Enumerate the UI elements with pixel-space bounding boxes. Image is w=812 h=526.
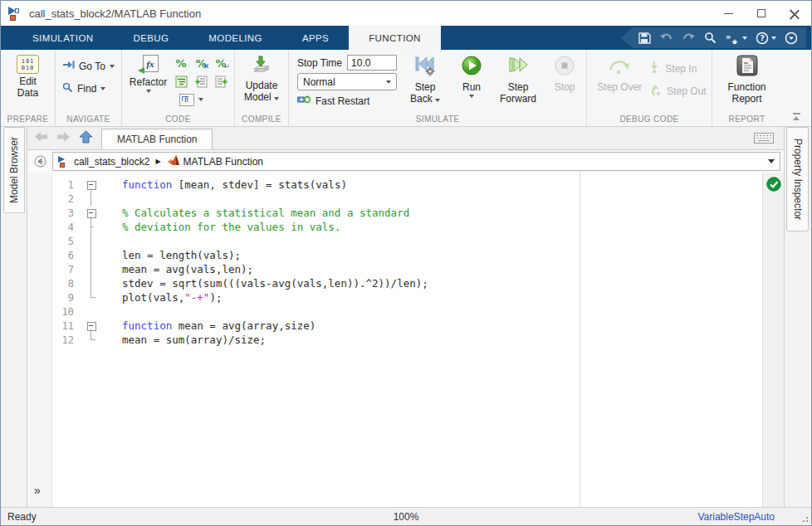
step-back-button[interactable]: Step Back: [402, 52, 448, 108]
section-label-report: REPORT: [712, 114, 781, 126]
fast-restart-toggle[interactable]: Fast Restart: [297, 93, 397, 107]
tab-debug[interactable]: DEBUG: [113, 26, 188, 50]
line-number[interactable]: 10: [52, 306, 81, 318]
line-number[interactable]: 9: [52, 292, 81, 304]
code-line[interactable]: 3% Calculates a statistical mean and a s…: [52, 206, 762, 220]
collapse-ribbon-button[interactable]: [791, 113, 803, 121]
step-out-icon: [648, 83, 662, 99]
code-line[interactable]: 11function mean = avg(array,size): [52, 319, 762, 333]
edit-data-button[interactable]: 101 010 Edit Data: [4, 52, 51, 102]
line-number[interactable]: 5: [52, 236, 81, 247]
left-panel-strip: Model Browser: [1, 127, 27, 507]
model-browser-tab[interactable]: Model Browser: [3, 127, 25, 213]
zoom-level: 100%: [394, 511, 419, 523]
stop-button[interactable]: Stop: [541, 52, 588, 95]
shortcuts-menu-button[interactable]: »: [725, 32, 747, 44]
line-number[interactable]: 3: [52, 207, 81, 219]
fixed-point-button[interactable]: fi: [179, 94, 194, 106]
step-in-button[interactable]: Step In: [648, 61, 706, 76]
code-text: % deviation for the values in vals.: [102, 221, 340, 233]
indent-right-button[interactable]: [193, 74, 209, 89]
close-button[interactable]: [778, 1, 811, 26]
comment-button[interactable]: %: [173, 56, 189, 71]
code-line[interactable]: 4% deviation for the values in vals.: [52, 220, 762, 234]
code-fold-gutter: [81, 290, 102, 304]
code-line[interactable]: 12mean = sum(array)/size;: [52, 333, 762, 347]
up-icon[interactable]: [79, 130, 93, 147]
wrap-comments-button[interactable]: %: [213, 56, 229, 71]
stop-icon: [554, 55, 575, 80]
code-line[interactable]: 10: [52, 304, 762, 319]
uncomment-button[interactable]: %: [193, 56, 209, 71]
title-bar: call_stats_block2/MATLAB Function: [1, 1, 811, 26]
smart-indent-button[interactable]: [173, 74, 189, 89]
line-number[interactable]: 12: [52, 334, 81, 346]
simulation-mode-dropdown[interactable]: Normal: [297, 73, 397, 90]
code-line[interactable]: 6len = length(vals);: [52, 248, 762, 262]
keyboard-shortcuts-button[interactable]: [754, 127, 784, 149]
run-button[interactable]: Run: [448, 52, 495, 100]
line-number[interactable]: 2: [52, 193, 81, 205]
breadcrumb-item-model[interactable]: call_stats_block2: [58, 155, 149, 168]
code-editor[interactable]: 1function [mean, stdev] = stats(vals)23%…: [52, 173, 762, 507]
matlab-icon: [167, 154, 180, 168]
find-button[interactable]: Find: [59, 80, 118, 98]
resize-grip[interactable]: [800, 514, 809, 523]
step-over-button[interactable]: Step Over: [592, 54, 647, 95]
tab-apps[interactable]: APPS: [282, 26, 349, 50]
document-tab-bar: MATLAB Function: [27, 127, 784, 150]
code-line[interactable]: 9plot(vals,"-+");: [52, 290, 762, 304]
minimize-button[interactable]: [712, 1, 745, 26]
property-inspector-tab[interactable]: Property Inspector: [786, 127, 809, 231]
solver-link[interactable]: VariableStepAuto: [697, 511, 775, 523]
line-number[interactable]: 1: [52, 179, 81, 191]
help-button[interactable]: ?: [756, 32, 776, 45]
redo-icon[interactable]: [682, 32, 696, 44]
breadcrumb-item-block[interactable]: MATLAB Function: [167, 154, 263, 168]
line-number[interactable]: 6: [52, 250, 81, 261]
goto-button[interactable]: Go To: [59, 57, 118, 75]
tab-simulation[interactable]: SIMULATION: [12, 26, 113, 50]
section-prepare: 101 010 Edit Data PREPARE: [1, 50, 56, 126]
tab-modeling[interactable]: MODELING: [188, 26, 282, 50]
code-line[interactable]: 8stdev = sqrt(sum(((vals-avg(vals,len)).…: [52, 276, 762, 290]
indent-left-button[interactable]: [213, 74, 229, 89]
line-number[interactable]: 11: [52, 320, 81, 332]
code-line[interactable]: 5: [52, 234, 762, 248]
stop-time-input[interactable]: [347, 55, 397, 71]
breadcrumb-dropdown-icon[interactable]: [768, 159, 775, 163]
forward-icon[interactable]: [56, 131, 71, 146]
svg-text:»: »: [726, 32, 731, 41]
function-report-button[interactable]: Function Report: [718, 52, 776, 108]
refactor-button[interactable]: fx Refactor: [125, 52, 171, 95]
search-icon[interactable]: [704, 32, 717, 44]
back-icon[interactable]: [34, 131, 48, 146]
undo-icon[interactable]: [659, 32, 673, 44]
line-number[interactable]: 4: [52, 222, 81, 233]
line-number[interactable]: 7: [52, 264, 81, 275]
code-line[interactable]: 2: [52, 192, 762, 206]
code-fold-icon[interactable]: [81, 206, 102, 220]
code-fold-icon[interactable]: [81, 319, 102, 333]
code-analyzer-check-icon[interactable]: [766, 177, 781, 507]
step-forward-button[interactable]: Step Forward: [495, 52, 541, 108]
update-model-button[interactable]: Update Model: [238, 52, 285, 106]
code-line[interactable]: 7mean = avg(vals,len);: [52, 262, 762, 276]
minimize-ribbon-icon[interactable]: [785, 32, 798, 45]
right-panel-strip: Property Inspector: [784, 127, 811, 507]
chevron-down-icon[interactable]: [198, 98, 203, 101]
stop-time-label: Stop Time: [297, 57, 342, 69]
step-out-button[interactable]: Step Out: [648, 83, 706, 99]
maximize-button[interactable]: [745, 1, 778, 26]
code-line[interactable]: 1function [mean, stdev] = stats(vals): [52, 178, 762, 192]
breadcrumb: call_stats_block2 ▶ MATLAB Function: [52, 152, 780, 171]
simulink-block-icon: [8, 6, 23, 21]
expand-panel-button[interactable]: »: [34, 484, 41, 497]
line-number[interactable]: 8: [52, 278, 81, 290]
save-icon[interactable]: [638, 32, 651, 45]
maximize-icon: [757, 9, 766, 17]
tab-function[interactable]: FUNCTION: [349, 26, 441, 50]
code-fold-icon[interactable]: [81, 178, 102, 192]
breadcrumb-back-button[interactable]: [27, 155, 52, 168]
document-tab-matlab-function[interactable]: MATLAB Function: [101, 129, 213, 149]
